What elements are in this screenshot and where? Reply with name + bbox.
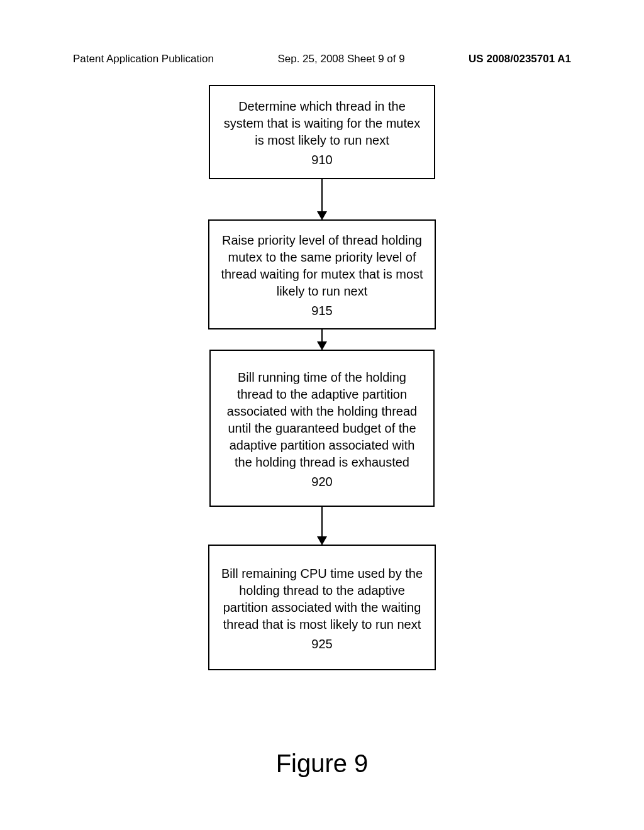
- flow-box-915-text: Raise priority level of thread holding m…: [218, 232, 426, 300]
- header-right: US 2008/0235701 A1: [469, 53, 571, 65]
- figure-caption: Figure 9: [0, 750, 644, 778]
- flow-box-915: Raise priority level of thread holding m…: [208, 219, 436, 329]
- flow-box-920-ref: 920: [311, 473, 332, 490]
- header-left: Patent Application Publication: [73, 53, 214, 65]
- arrow-icon: [321, 179, 323, 219]
- flow-box-925: Bill remaining CPU time used by the hold…: [208, 545, 436, 670]
- flow-box-920: Bill running time of the holding thread …: [209, 350, 435, 507]
- arrow-icon: [321, 329, 323, 350]
- header-center: Sep. 25, 2008 Sheet 9 of 9: [277, 53, 404, 65]
- flowchart: Determine which thread in the system tha…: [0, 85, 644, 670]
- arrow-icon: [321, 507, 323, 545]
- flow-box-925-text: Bill remaining CPU time used by the hold…: [218, 565, 426, 633]
- page-header: Patent Application Publication Sep. 25, …: [73, 53, 571, 65]
- flow-box-910-text: Determine which thread in the system tha…: [219, 98, 425, 149]
- flow-box-910: Determine which thread in the system tha…: [209, 85, 435, 179]
- flow-box-915-ref: 915: [311, 302, 332, 319]
- flow-box-910-ref: 910: [311, 152, 332, 169]
- flow-box-920-text: Bill running time of the holding thread …: [219, 369, 425, 471]
- flow-box-925-ref: 925: [311, 636, 332, 653]
